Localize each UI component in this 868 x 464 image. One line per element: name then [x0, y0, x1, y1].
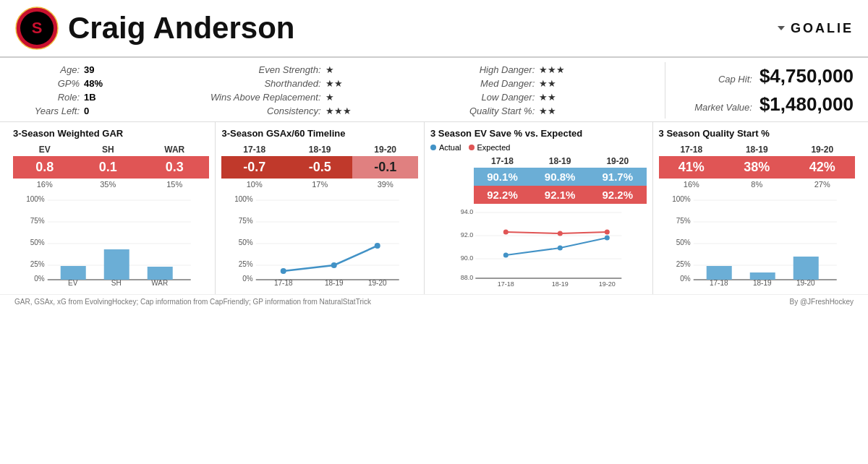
- svg-text:0%: 0%: [243, 275, 254, 283]
- svg-rect-17: [148, 267, 173, 280]
- expected-1920: 92.2%: [589, 186, 647, 204]
- gar-col-sh: SH: [77, 143, 140, 156]
- expected-dot: [469, 145, 475, 150]
- svg-rect-64: [706, 266, 731, 280]
- qs-stars: ★★: [539, 106, 556, 116]
- qs-val-1819: 38%: [724, 156, 789, 179]
- svg-text:88.0: 88.0: [461, 274, 474, 281]
- stats-col-2: Even Strength: ★ Shorthanded: ★★ Wins Ab…: [198, 62, 448, 119]
- actual-dot: [430, 145, 436, 150]
- qs-val-1920: 42%: [790, 156, 856, 179]
- svg-text:75%: 75%: [30, 217, 45, 225]
- evs-season-1819: 18-19: [531, 155, 589, 168]
- svg-text:100%: 100%: [26, 195, 45, 203]
- gsax-season-1819: 18-19: [287, 143, 352, 156]
- svg-text:75%: 75%: [676, 217, 690, 225]
- cap-hit-label: Cap Hit:: [680, 74, 752, 85]
- gar-war-value: 0.3: [140, 156, 209, 179]
- quality-start-title: 3 Season Quality Start %: [659, 125, 855, 143]
- cap-hit-value: $4,750,000: [760, 65, 854, 87]
- svg-rect-15: [61, 266, 86, 280]
- svg-rect-16: [104, 249, 129, 280]
- years-label: Years Left:: [14, 106, 80, 116]
- svg-text:25%: 25%: [676, 260, 690, 268]
- market-value-value: $1,480,000: [760, 93, 854, 116]
- qs-label: Quality Start %:: [448, 106, 535, 116]
- evs-season-1920: 19-20: [589, 155, 647, 168]
- svg-text:50%: 50%: [239, 239, 253, 246]
- svg-text:18-19: 18-19: [325, 279, 344, 287]
- med-danger-stars: ★★: [539, 78, 556, 89]
- gar-sh-pct: 35%: [77, 179, 140, 190]
- expected-label: Expected: [477, 143, 511, 152]
- svg-text:25%: 25%: [239, 260, 253, 268]
- svg-text:100%: 100%: [235, 195, 254, 203]
- war-label: Wins Above Replacement:: [198, 92, 321, 103]
- gar-ev-value: 0.8: [13, 156, 77, 179]
- quality-start-section: 3 Season Quality Start % 17-18 18-19 19-…: [653, 122, 861, 294]
- svg-text:17-18: 17-18: [709, 279, 728, 287]
- svg-text:75%: 75%: [239, 217, 253, 225]
- svg-text:S: S: [32, 19, 43, 37]
- gar-ev-pct: 16%: [13, 179, 77, 190]
- qs-pct-1718: 16%: [659, 179, 724, 190]
- svg-point-45: [503, 253, 509, 258]
- actual-1819: 90.8%: [531, 168, 589, 186]
- ev-strength-label: Even Strength:: [198, 64, 321, 75]
- svg-text:100%: 100%: [672, 195, 691, 203]
- stats-col-3: High Danger: ★★★ Med Danger: ★★ Low Dang…: [448, 62, 665, 119]
- gsax-line-chart: 100% 75% 50% 25% 0% 17-18 18-19 19-20: [221, 193, 417, 287]
- svg-marker-4: [778, 26, 785, 30]
- role-label: Role:: [14, 92, 80, 103]
- gsax-val-1819: -0.5: [287, 156, 352, 179]
- qs-season-1718: 17-18: [659, 143, 724, 156]
- gsax-pct-1819: 17%: [287, 179, 352, 190]
- war-stars: ★: [326, 92, 334, 103]
- gar-section: 3-Season Weighted GAR EV SH WAR 0.8 0.1 …: [7, 122, 216, 294]
- ev-save-title: 3 Season EV Save % vs. Expected: [430, 125, 647, 143]
- qs-season-1819: 18-19: [724, 143, 789, 156]
- svg-text:EV: EV: [68, 279, 78, 287]
- low-danger-label: Low Danger:: [448, 92, 535, 103]
- market-value-label: Market Value:: [680, 102, 752, 113]
- dropdown-icon[interactable]: [776, 23, 786, 33]
- gsax-pct-1920: 39%: [352, 179, 418, 190]
- low-danger-stars: ★★: [539, 92, 556, 103]
- svg-text:25%: 25%: [30, 260, 45, 268]
- svg-point-50: [605, 230, 610, 235]
- gp-value: 48%: [84, 78, 103, 89]
- med-danger-label: Med Danger:: [448, 78, 535, 89]
- svg-point-33: [375, 243, 380, 249]
- gar-war-pct: 15%: [140, 179, 209, 190]
- consistency-stars: ★★★: [326, 106, 352, 116]
- svg-text:0%: 0%: [680, 275, 691, 283]
- gar-sh-value: 0.1: [77, 156, 140, 179]
- footer-left: GAR, GSAx, xG from EvolvingHockey; Cap i…: [14, 298, 371, 306]
- gsax-title: 3-Season GSAx/60 Timeline: [221, 125, 417, 143]
- svg-text:19-20: 19-20: [599, 280, 616, 288]
- cap-section: Cap Hit: $4,750,000 Market Value: $1,480…: [665, 62, 854, 119]
- senators-logo: S: [14, 6, 59, 51]
- position-label: GOALIE: [791, 21, 854, 36]
- age-value: 39: [84, 64, 94, 75]
- svg-text:50%: 50%: [30, 239, 45, 246]
- evs-season-1718: 17-18: [474, 155, 532, 168]
- footer-right: By @JFreshHockey: [789, 298, 854, 306]
- gsax-season-1920: 19-20: [352, 143, 418, 156]
- svg-text:17-18: 17-18: [274, 279, 293, 287]
- svg-text:19-20: 19-20: [368, 279, 387, 287]
- svg-rect-66: [793, 257, 818, 280]
- gsax-season-1718: 17-18: [221, 143, 286, 156]
- expected-1718: 92.2%: [474, 186, 532, 204]
- qs-pct-1920: 27%: [790, 179, 856, 190]
- stats-col-1: Age: 39 GP% 48% Role: 1B Years Left: 0: [14, 62, 198, 119]
- ev-strength-stars: ★: [326, 64, 334, 75]
- svg-text:90.0: 90.0: [461, 254, 474, 262]
- consistency-label: Consistency:: [198, 106, 321, 116]
- svg-point-46: [558, 246, 563, 251]
- sh-label: Shorthanded:: [198, 78, 321, 89]
- ev-save-line-chart: 94.0 92.0 90.0 88.0 17-18: [430, 205, 647, 288]
- ev-save-section: 3 Season EV Save % vs. Expected Actual E…: [425, 122, 653, 294]
- sh-stars: ★★: [326, 78, 343, 89]
- actual-1920: 91.7%: [589, 168, 647, 186]
